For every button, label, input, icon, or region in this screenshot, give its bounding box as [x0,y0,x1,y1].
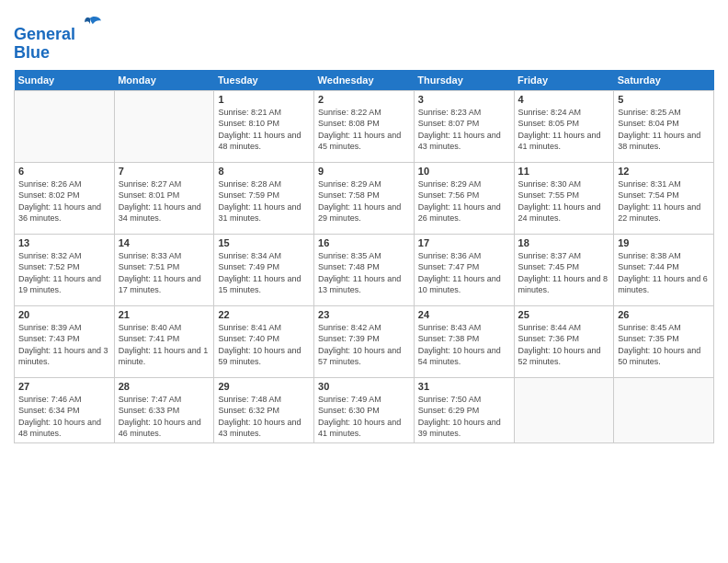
calendar-cell: 12Sunrise: 8:31 AM Sunset: 7:54 PM Dayli… [614,162,714,234]
calendar-cell: 25Sunrise: 8:44 AM Sunset: 7:36 PM Dayli… [514,305,614,377]
day-info: Sunrise: 8:28 AM Sunset: 7:59 PM Dayligh… [218,178,310,224]
calendar-cell: 10Sunrise: 8:29 AM Sunset: 7:56 PM Dayli… [414,162,514,234]
calendar-table: SundayMondayTuesdayWednesdayThursdayFrid… [14,70,714,443]
calendar-cell: 8Sunrise: 8:28 AM Sunset: 7:59 PM Daylig… [214,162,314,234]
calendar-cell: 14Sunrise: 8:33 AM Sunset: 7:51 PM Dayli… [114,234,214,305]
day-number: 28 [119,381,210,392]
week-row-3: 20Sunrise: 8:39 AM Sunset: 7:43 PM Dayli… [15,305,714,377]
day-number: 12 [618,166,710,177]
calendar-cell: 26Sunrise: 8:45 AM Sunset: 7:35 PM Dayli… [614,305,714,377]
day-number: 14 [119,237,210,248]
day-info: Sunrise: 8:29 AM Sunset: 7:58 PM Dayligh… [318,178,410,224]
day-info: Sunrise: 8:41 AM Sunset: 7:40 PM Dayligh… [218,322,310,368]
day-number: 8 [218,166,310,177]
day-number: 9 [318,166,410,177]
calendar-cell: 5Sunrise: 8:25 AM Sunset: 8:04 PM Daylig… [614,90,714,162]
day-info: Sunrise: 8:44 AM Sunset: 7:36 PM Dayligh… [518,322,610,368]
calendar-cell [514,377,614,442]
calendar-body: 1Sunrise: 8:21 AM Sunset: 8:10 PM Daylig… [15,90,714,442]
calendar-cell: 23Sunrise: 8:42 AM Sunset: 7:39 PM Dayli… [314,305,415,377]
day-info: Sunrise: 8:33 AM Sunset: 7:51 PM Dayligh… [119,250,210,296]
day-number: 24 [418,309,510,320]
calendar-cell: 6Sunrise: 8:26 AM Sunset: 8:02 PM Daylig… [15,162,115,234]
calendar-header: SundayMondayTuesdayWednesdayThursdayFrid… [15,70,714,91]
day-number: 6 [18,166,110,177]
day-info: Sunrise: 7:46 AM Sunset: 6:34 PM Dayligh… [18,394,110,440]
calendar-cell: 27Sunrise: 7:46 AM Sunset: 6:34 PM Dayli… [15,377,115,442]
day-info: Sunrise: 8:21 AM Sunset: 8:10 PM Dayligh… [218,107,310,153]
day-number: 16 [318,237,410,248]
day-number: 22 [218,309,310,320]
day-number: 1 [218,94,310,105]
day-info: Sunrise: 8:23 AM Sunset: 8:07 PM Dayligh… [418,107,510,153]
header-day-friday: Friday [514,70,614,91]
day-info: Sunrise: 8:27 AM Sunset: 8:01 PM Dayligh… [119,178,210,224]
calendar-cell: 28Sunrise: 7:47 AM Sunset: 6:33 PM Dayli… [114,377,214,442]
day-info: Sunrise: 8:35 AM Sunset: 7:48 PM Dayligh… [318,250,410,296]
day-info: Sunrise: 8:37 AM Sunset: 7:45 PM Dayligh… [518,250,610,296]
header: General Blue [14,9,714,63]
calendar-cell: 3Sunrise: 8:23 AM Sunset: 8:07 PM Daylig… [414,90,514,162]
day-number: 5 [618,94,710,105]
calendar-cell [614,377,714,442]
day-info: Sunrise: 8:32 AM Sunset: 7:52 PM Dayligh… [18,250,110,296]
day-number: 25 [518,309,610,320]
logo-text: General [14,14,103,44]
header-day-tuesday: Tuesday [214,70,314,91]
page-container: General Blue SundayMondayTuesdayWednesda… [0,0,728,453]
calendar-cell: 20Sunrise: 8:39 AM Sunset: 7:43 PM Dayli… [15,305,115,377]
day-number: 30 [318,381,410,392]
day-info: Sunrise: 8:24 AM Sunset: 8:05 PM Dayligh… [518,107,610,153]
day-info: Sunrise: 8:43 AM Sunset: 7:38 PM Dayligh… [418,322,510,368]
day-info: Sunrise: 7:47 AM Sunset: 6:33 PM Dayligh… [119,394,210,440]
logo: General Blue [14,14,103,63]
calendar-cell: 2Sunrise: 8:22 AM Sunset: 8:08 PM Daylig… [314,90,415,162]
calendar-cell: 21Sunrise: 8:40 AM Sunset: 7:41 PM Dayli… [114,305,214,377]
header-day-wednesday: Wednesday [314,70,415,91]
header-row: SundayMondayTuesdayWednesdayThursdayFrid… [15,70,714,91]
day-number: 19 [618,237,710,248]
week-row-2: 13Sunrise: 8:32 AM Sunset: 7:52 PM Dayli… [15,234,714,305]
calendar-cell: 11Sunrise: 8:30 AM Sunset: 7:55 PM Dayli… [514,162,614,234]
logo-bird-icon [77,14,103,40]
day-number: 26 [618,309,710,320]
calendar-cell: 15Sunrise: 8:34 AM Sunset: 7:49 PM Dayli… [214,234,314,305]
day-number: 31 [418,381,510,392]
calendar-cell: 31Sunrise: 7:50 AM Sunset: 6:29 PM Dayli… [414,377,514,442]
day-number: 2 [318,94,410,105]
calendar-cell [114,90,214,162]
day-info: Sunrise: 8:36 AM Sunset: 7:47 PM Dayligh… [418,250,510,296]
calendar-cell [15,90,115,162]
day-number: 10 [418,166,510,177]
day-number: 20 [18,309,110,320]
calendar-cell: 24Sunrise: 8:43 AM Sunset: 7:38 PM Dayli… [414,305,514,377]
calendar-cell: 22Sunrise: 8:41 AM Sunset: 7:40 PM Dayli… [214,305,314,377]
day-info: Sunrise: 8:31 AM Sunset: 7:54 PM Dayligh… [618,178,710,224]
day-number: 3 [418,94,510,105]
day-number: 27 [18,381,110,392]
calendar-cell: 13Sunrise: 8:32 AM Sunset: 7:52 PM Dayli… [15,234,115,305]
calendar-cell: 7Sunrise: 8:27 AM Sunset: 8:01 PM Daylig… [114,162,214,234]
day-number: 18 [518,237,610,248]
day-info: Sunrise: 7:50 AM Sunset: 6:29 PM Dayligh… [418,394,510,440]
day-number: 15 [218,237,310,248]
header-day-saturday: Saturday [614,70,714,91]
calendar-cell: 29Sunrise: 7:48 AM Sunset: 6:32 PM Dayli… [214,377,314,442]
day-number: 21 [119,309,210,320]
day-info: Sunrise: 8:38 AM Sunset: 7:44 PM Dayligh… [618,250,710,296]
day-info: Sunrise: 8:25 AM Sunset: 8:04 PM Dayligh… [618,107,710,153]
calendar-cell: 17Sunrise: 8:36 AM Sunset: 7:47 PM Dayli… [414,234,514,305]
header-day-thursday: Thursday [414,70,514,91]
calendar-cell: 30Sunrise: 7:49 AM Sunset: 6:30 PM Dayli… [314,377,415,442]
week-row-0: 1Sunrise: 8:21 AM Sunset: 8:10 PM Daylig… [15,90,714,162]
day-number: 13 [18,237,110,248]
day-info: Sunrise: 7:49 AM Sunset: 6:30 PM Dayligh… [318,394,410,440]
day-number: 7 [119,166,210,177]
day-info: Sunrise: 8:22 AM Sunset: 8:08 PM Dayligh… [318,107,410,153]
day-number: 4 [518,94,610,105]
logo-general: General [14,25,75,43]
calendar-cell: 4Sunrise: 8:24 AM Sunset: 8:05 PM Daylig… [514,90,614,162]
day-number: 17 [418,237,510,248]
header-day-monday: Monday [114,70,214,91]
day-info: Sunrise: 8:45 AM Sunset: 7:35 PM Dayligh… [618,322,710,368]
